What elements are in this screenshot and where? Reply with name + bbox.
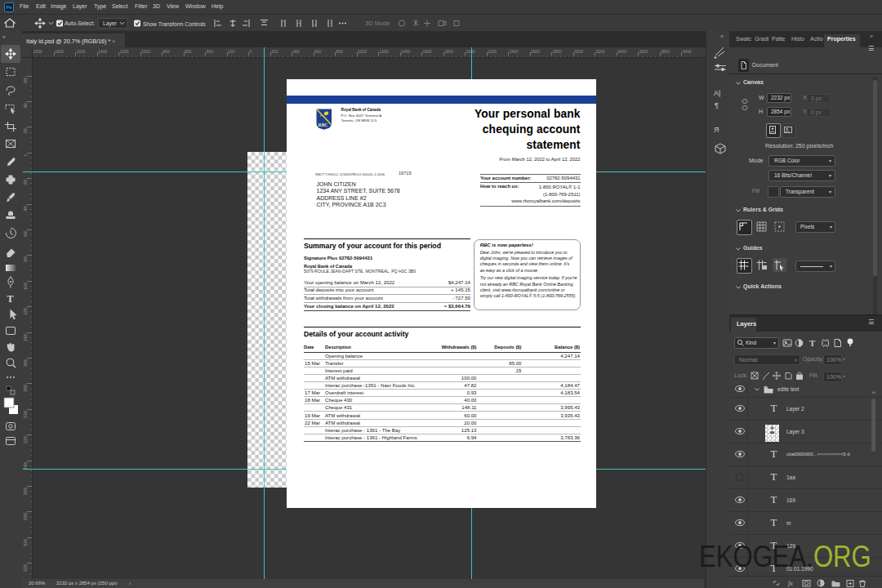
- svg-text:A|: A|: [714, 89, 720, 97]
- svg-text:RBC: RBC: [318, 122, 328, 127]
- svg-text:fx: fx: [788, 580, 793, 587]
- svg-text:»: »: [2, 34, 6, 40]
- svg-text:T: T: [7, 293, 14, 305]
- svg-text:Я: Я: [714, 126, 719, 134]
- svg-text:3D Mode: 3D Mode: [365, 20, 390, 27]
- svg-text:¶: ¶: [715, 101, 719, 109]
- svg-text:T: T: [809, 338, 816, 348]
